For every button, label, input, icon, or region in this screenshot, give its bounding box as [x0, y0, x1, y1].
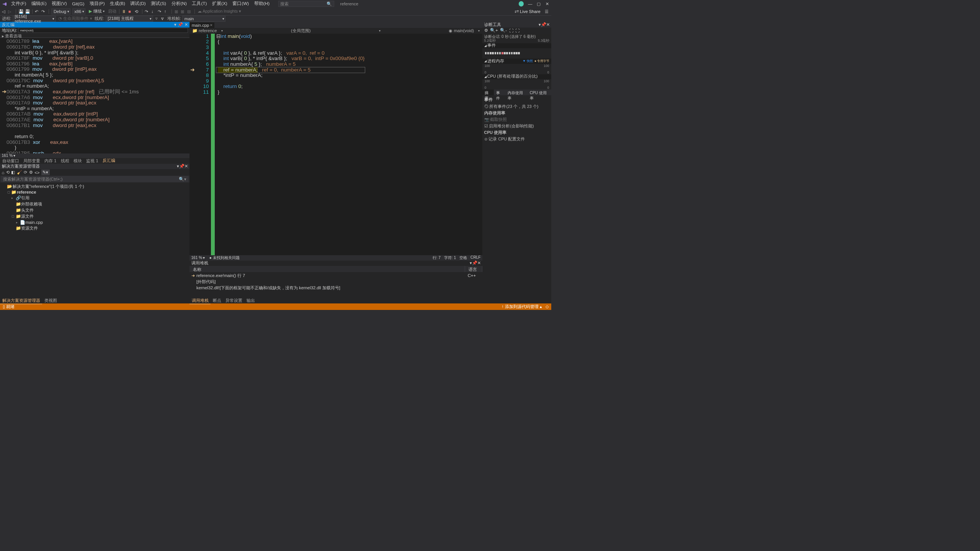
tree-item[interactable]: 📁资源文件	[2, 225, 188, 231]
col-name[interactable]: 名称	[189, 266, 465, 272]
tb-icon-a[interactable]: ⊞	[175, 9, 179, 14]
status-scm[interactable]: ↑ 添加到源代码管理 ▴	[501, 304, 542, 310]
pin2-icon[interactable]: 📌	[179, 164, 185, 168]
account-badge-icon[interactable]	[519, 1, 524, 7]
step-over-icon[interactable]: ↷	[158, 9, 162, 14]
menu-project[interactable]: 项目(P)	[88, 0, 106, 8]
win-close-icon[interactable]: ✕	[545, 2, 549, 6]
view-options[interactable]: ▸ 查看选项	[0, 33, 189, 38]
diag-item[interactable]: ☑ 启用堆分析(会影响性能)	[484, 123, 550, 129]
col-lang[interactable]: 语言	[465, 266, 482, 272]
pin2-icon[interactable]: 📌	[541, 22, 546, 27]
close-icon[interactable]: ✕	[185, 164, 188, 168]
tree-item[interactable]: ▸📄main.cpp	[2, 220, 188, 225]
disasm-zoom[interactable]: 161 %	[2, 153, 13, 158]
solution-tree[interactable]: 📂解决方案"reference"(1 个项目/共 1 个)▢📁reference…	[0, 183, 189, 298]
app-insights-icon[interactable]: ☁ Application Insights ▾	[198, 9, 241, 14]
refresh-icon[interactable]: ⟲	[6, 170, 10, 175]
bottom-tab[interactable]: 调用堆栈	[189, 297, 211, 304]
eol-indicator[interactable]: CRLF	[470, 255, 480, 261]
callstack-row[interactable]: ➜reference.exe!main() 行 7C++	[191, 272, 481, 279]
menu-window[interactable]: 窗口(W)	[231, 0, 251, 8]
diag-tab[interactable]: 内存使用率	[505, 90, 528, 95]
pause-icon[interactable]: ⏸	[122, 9, 126, 14]
view-icon[interactable]: <>	[34, 170, 39, 175]
save-icon[interactable]: 💾	[18, 9, 23, 14]
filter-icon[interactable]: ▿	[155, 16, 158, 21]
solution-search-input[interactable]: 搜索解决方案资源管理器(Ctrl+;)🔍▾	[1, 176, 188, 182]
zoomin-icon[interactable]: 🔍+	[490, 28, 498, 33]
menu-extensions[interactable]: 扩展(X)	[210, 0, 229, 8]
diag-item[interactable]: ⊙ 记录 CPU 配置文件	[484, 136, 550, 142]
global-search-input[interactable]: 搜索🔍	[278, 1, 334, 7]
menu-help[interactable]: 帮助(H)	[252, 0, 271, 8]
pin2-icon[interactable]: 📌	[178, 22, 183, 27]
zoomout-icon[interactable]: 🔍-	[500, 28, 507, 33]
tree-item[interactable]: ▢📁reference	[2, 189, 188, 195]
disasm-body[interactable]: 00601789 lea eax,[varA]0060178C mov dwor…	[0, 38, 189, 153]
more-icon[interactable]: ✎▾	[41, 170, 50, 175]
bottom-tab[interactable]: 异常设置	[224, 297, 245, 304]
indent-indicator[interactable]: 空格	[459, 255, 467, 261]
solution-explorer-header[interactable]: 解决方案资源管理器 ▾📌✕	[0, 164, 189, 170]
gear-icon[interactable]: ⚙	[484, 28, 488, 33]
close-icon[interactable]: ✕	[185, 22, 188, 27]
bottom-tab[interactable]: 局部变量	[21, 158, 42, 164]
diag-tab[interactable]: 事件	[494, 90, 505, 95]
diag-item[interactable]: ◎ 所有事件(23 个，共 23 个)	[484, 104, 550, 110]
win-minimize-icon[interactable]: —	[528, 2, 532, 6]
status-bell-icon[interactable]: ◇	[546, 304, 549, 309]
prop-icon[interactable]: ⚙	[29, 170, 33, 175]
diag-tab[interactable]: 摘要	[482, 90, 494, 95]
pin2-icon[interactable]: 📌	[472, 261, 477, 265]
menu-tools[interactable]: 工具(T)	[190, 0, 209, 8]
config-combo[interactable]: Debug	[51, 8, 70, 15]
tree-item[interactable]: ▸🔗引用	[2, 195, 188, 201]
diag-tab[interactable]: CPU 使用率	[528, 90, 551, 95]
nav-func[interactable]: ◉ main(void)	[449, 28, 474, 33]
callstack-header[interactable]: 调用堆栈 ▾📌✕	[189, 261, 482, 266]
diag-cpu-graph[interactable]: 10010000	[483, 79, 550, 90]
bottom-tab[interactable]: 输出	[245, 297, 257, 304]
bottom-tab[interactable]: 自动窗口	[0, 158, 21, 164]
nav-fwd-icon[interactable]: ▷	[8, 9, 13, 14]
tree-item[interactable]: 📁外部依赖项	[2, 201, 188, 207]
nav-project[interactable]: 📁 reference	[192, 28, 217, 33]
diag-memory-graph[interactable]: 10010000	[483, 64, 550, 74]
editor-zoom[interactable]: 161 %	[191, 256, 203, 260]
platform-combo[interactable]: x86	[72, 8, 86, 15]
nav-scope[interactable]: (全局范围)	[291, 28, 311, 34]
menu-test[interactable]: 测试(S)	[149, 0, 168, 8]
diag-cpu-header[interactable]: ◢CPU (所有处理器的百分比)	[482, 74, 551, 80]
menu-analyze[interactable]: 分析(N)	[170, 0, 188, 8]
diag-item[interactable]: 📷 截取快照	[484, 117, 550, 123]
redo-icon[interactable]: ↷	[41, 9, 46, 14]
close-icon[interactable]: ✕	[477, 261, 481, 265]
callstack-row[interactable]: [外部代码]	[191, 279, 481, 285]
stackframe-combo[interactable]: main	[182, 16, 225, 22]
menu-edit[interactable]: 编辑(E)	[29, 0, 48, 8]
tree-item[interactable]: 📁头文件	[2, 207, 188, 214]
nav-back-icon[interactable]: ◁	[2, 9, 7, 14]
bottom-tab[interactable]: 断点	[211, 297, 223, 304]
tree-item[interactable]: 📂解决方案"reference"(1 个项目/共 1 个)	[2, 183, 188, 189]
reset-icon[interactable]: ⛶	[509, 28, 513, 33]
funnel-icon[interactable]: ⛛	[160, 16, 165, 21]
code-editor[interactable]: ➜ 1234567891011 ⊟int main(void) { int va…	[189, 34, 482, 255]
bottom-tab[interactable]: 类视图	[42, 297, 59, 304]
diag-body[interactable]: 事件◎ 所有事件(23 个，共 23 个)内存使用率📷 截取快照☑ 启用堆分析(…	[482, 95, 551, 304]
continue-button[interactable]: ▶继续▾	[87, 8, 106, 15]
problems-indicator[interactable]: ● 未找到相关问题	[209, 255, 240, 261]
callstack-body[interactable]: ➜reference.exe!main() 行 7C++[外部代码]kernel…	[189, 272, 482, 298]
addr-input[interactable]	[18, 28, 188, 33]
restart-icon[interactable]: ⟲	[135, 9, 139, 14]
menu-git[interactable]: Git(G)	[70, 0, 86, 8]
step-out-icon[interactable]: ↑	[164, 9, 169, 14]
menu-view[interactable]: 视图(V)	[50, 0, 69, 8]
tab-close-icon[interactable]: ✕	[210, 23, 213, 27]
stop-icon[interactable]: ■	[128, 9, 133, 14]
broom-icon[interactable]: 🧹	[17, 170, 22, 175]
thread-combo[interactable]: [2188] 主线程	[106, 16, 153, 22]
menu-build[interactable]: 生成(B)	[108, 0, 127, 8]
close-icon[interactable]: ✕	[546, 22, 550, 27]
